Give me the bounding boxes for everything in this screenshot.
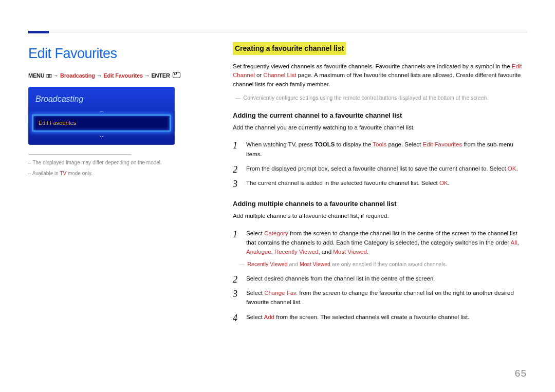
manual-page: Edit Favourites MENU ▯▯▯ → Broadcasting … (0, 0, 555, 392)
m3t1: Select (246, 290, 264, 296)
step-3: The current channel is added in the sele… (233, 176, 527, 190)
s1a2: Edit Favourites (423, 141, 462, 147)
m1t3: . (367, 249, 368, 255)
path-arrow: → (97, 72, 102, 79)
path-arrow: → (53, 72, 59, 79)
steps-multiple: Select Category from the screen to chang… (233, 226, 527, 325)
s3t2: . (448, 180, 450, 186)
two-column-layout: Edit Favourites MENU ▯▯▯ → Broadcasting … (28, 40, 527, 324)
m4t1: Select (246, 314, 264, 320)
m3a1: Change Fav. (264, 290, 298, 296)
m1a4: Recently Viewed (274, 249, 318, 255)
left-column: Edit Favourites MENU ▯▯▯ → Broadcasting … (28, 40, 218, 324)
right-column: Creating a favourite channel list Set fr… (233, 40, 527, 324)
footnote-tv-pre: Available in (32, 171, 60, 176)
intro-dash-note: Conveniently configure settings using th… (233, 94, 527, 102)
step-1: When watching TV, press TOOLS to display… (233, 137, 527, 161)
screen-selected-item: Edit Favourites (32, 115, 171, 132)
s1t1: When watching TV, press (246, 141, 314, 147)
path-edit-favourites: Edit Favourites (103, 72, 142, 79)
m1nt2: are only enabled if they contain saved c… (330, 261, 447, 267)
intro-a2: Channel List (263, 72, 296, 78)
footnote-rule (28, 154, 131, 155)
m1a2: All (511, 239, 517, 246)
m1a3: Analogue (246, 249, 271, 255)
footnote-model-text: The displayed image may differ depending… (32, 160, 162, 165)
path-arrow: → (144, 72, 150, 79)
tv-screen-mockup: Broadcasting ︿ Edit Favourites ﹀ (28, 87, 175, 145)
s3t1: The current channel is added in the sele… (246, 180, 439, 186)
s3a1: OK (439, 180, 448, 186)
mstep-1-note: Recently Viewed and Most Viewed are only… (237, 260, 527, 269)
m1na2: Most Viewed (300, 261, 330, 267)
page-title: Edit Favourites (28, 43, 218, 64)
m1a1: Category (264, 230, 288, 236)
subhead-current: Adding the current channel to a favourit… (233, 110, 527, 121)
screen-panel-title: Broadcasting (28, 91, 175, 109)
lead-multiple: Add multiple channels to a favourite cha… (233, 212, 527, 220)
s1b1: TOOLS (314, 141, 335, 147)
mstep-4: Select Add from the screen. The selected… (233, 310, 527, 324)
m1nt1: and (288, 261, 300, 267)
intro-paragraph: Set frequently viewed channels as favour… (233, 62, 527, 89)
intro-t2: or (255, 72, 264, 78)
m1c1: , (517, 239, 519, 246)
mstep-1: Select Category from the screen to chang… (233, 226, 527, 271)
s1a1: Tools (373, 141, 386, 147)
m1t1: Select (246, 230, 264, 236)
subhead-multiple: Adding multiple channels to a favourite … (233, 199, 527, 209)
m1a5: Most Viewed (333, 249, 367, 255)
m1na1: Recently Viewed (248, 261, 288, 267)
m4a1: Add (264, 314, 274, 320)
step-2: From the displayed prompt box, select a … (233, 161, 527, 176)
menu-path: MENU ▯▯▯ → Broadcasting → Edit Favourite… (28, 71, 218, 80)
enter-label: ENTER (151, 72, 170, 79)
intro-t1: Set frequently viewed channels as favour… (233, 63, 512, 69)
mstep-3: Select Change Fav. from the screen to ch… (233, 286, 527, 310)
footnote-model: – The displayed image may differ dependi… (28, 159, 218, 166)
s2t1: From the displayed prompt box, select a … (246, 165, 508, 172)
s2t2: . (516, 165, 517, 172)
steps-current: When watching TV, press TOOLS to display… (233, 137, 527, 191)
chevron-down-icon: ﹀ (28, 135, 175, 140)
menu-label: MENU (28, 72, 45, 79)
footnote-tvmode: – Available in TV mode only. (28, 170, 218, 177)
m4t2: from the screen. The selected channels w… (274, 314, 469, 320)
header-rule (28, 32, 527, 32)
enter-icon (173, 72, 180, 78)
section-heading: Creating a favourite channel list (233, 42, 346, 55)
s2a1: OK (508, 165, 516, 172)
page-number: 65 (515, 366, 527, 381)
mstep-2: Select desired channels from the channel… (233, 271, 527, 286)
s1t2: to display the (335, 141, 373, 147)
lead-current: Add the channel you are currently watchi… (233, 123, 527, 132)
chevron-up-icon: ︿ (28, 108, 175, 114)
menu-grid-icon: ▯▯▯ (46, 72, 51, 80)
m1c3: , and (318, 249, 333, 255)
s1t3: page. Select (386, 141, 422, 147)
path-broadcasting: Broadcasting (60, 72, 95, 79)
footnote-tv-accent: TV (60, 171, 66, 176)
footnote-tv-post: mode only. (66, 171, 92, 176)
